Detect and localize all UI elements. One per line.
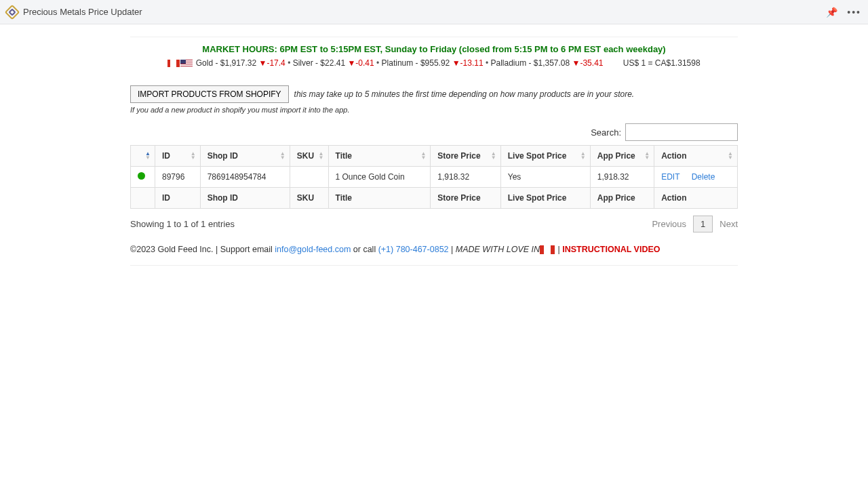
ticker-gold-delta: -17.4 [267,58,285,68]
ticker-silver-delta: -0.41 [355,58,374,68]
titlebar-left: Precious Metals Price Updater [7,7,142,18]
pin-icon[interactable]: 📌 [826,7,837,18]
cell-shop-id: 7869148954784 [200,167,290,188]
ticker-platinum-label: Platinum [382,58,414,68]
fcol-app-price: App Price [590,188,654,209]
pager-next[interactable]: Next [719,219,738,229]
market-hours: MARKET HOURS: 6PM EST to 5:15PM EST, Sun… [130,44,738,54]
down-arrow-icon: ▼ [259,58,267,68]
search-input[interactable] [625,123,738,141]
col-shop-id[interactable]: Shop ID▲▼ [200,146,290,167]
ticker-palladium-delta: -35.41 [580,58,603,68]
divider [130,265,738,266]
cell-action: EDIT Delete [654,167,738,188]
search-row: Search: [130,123,738,141]
col-title[interactable]: Title▲▼ [328,146,431,167]
down-arrow-icon: ▼ [572,58,580,68]
flag-usa-icon [180,60,193,67]
fcol-store-price: Store Price [431,188,500,209]
down-arrow-icon: ▼ [452,58,460,68]
flag-canada-icon [167,60,180,67]
more-icon[interactable]: ••• [847,7,861,18]
titlebar-right: 📌 ••• [826,7,861,18]
footer-pipe: | [449,245,456,254]
page-content: MARKET HOURS: 6PM EST to 5:15PM EST, Sun… [130,24,738,266]
ticker-platinum-price: $955.92 [420,58,450,68]
cell-status [131,167,155,188]
cell-sku [290,167,328,188]
fcol-title: Title [328,188,431,209]
col-action[interactable]: Action▲▼ [654,146,738,167]
products-table: ▲▼ ID▲▼ Shop ID▲▼ SKU▲▼ Title▲▼ Store Pr… [130,145,738,209]
cell-store-price: 1,918.32 [431,167,500,188]
instructional-video-link[interactable]: INSTRUCTIONAL VIDEO [562,245,660,254]
entries-row: Showing 1 to 1 of 1 entries Previous 1 N… [130,216,738,232]
footer-or-call: or call [351,245,378,254]
fcol-live-spot: Live Spot Price [500,188,590,209]
pager-page-1[interactable]: 1 [693,216,713,232]
edit-link[interactable]: EDIT [661,172,679,182]
col-status[interactable]: ▲▼ [131,146,155,167]
footer-pipe: | [555,245,562,254]
import-products-button[interactable]: IMPORT PRODUCTS FROM SHOPIFY [130,85,289,103]
price-ticker: Gold - $1,917.32 ▼-17.4 • Silver - $22.4… [130,58,738,68]
footer-phone-link[interactable]: (+1) 780-467-0852 [378,245,449,254]
col-live-spot[interactable]: Live Spot Price▲▼ [500,146,590,167]
cell-title: 1 Ounce Gold Coin [328,167,431,188]
divider [130,37,738,37]
cell-id: 89796 [155,167,201,188]
import-row: IMPORT PRODUCTS FROM SHOPIFY this may ta… [130,85,738,103]
col-sku[interactable]: SKU▲▼ [290,146,328,167]
ticker-platinum-delta: -13.11 [460,58,484,68]
fcol-status [131,188,155,209]
flag-canada-icon [540,245,555,254]
ticker-silver-price: $22.41 [320,58,345,68]
footer-copyright: ©2023 Gold Feed Inc. | Support email [130,245,275,254]
footer-email-link[interactable]: info@gold-feed.com [275,245,351,254]
footer: ©2023 Gold Feed Inc. | Support email inf… [130,245,738,254]
ticker-palladium-label: Palladium [490,58,526,68]
status-dot-icon [138,172,145,180]
fcol-id: ID [155,188,201,209]
down-arrow-icon: ▼ [347,58,355,68]
fcol-shop-id: Shop ID [200,188,290,209]
col-id[interactable]: ID▲▼ [155,146,201,167]
pager: Previous 1 Next [652,216,738,232]
fcol-action: Action [654,188,738,209]
fx-rate: US$ 1 = CA$1.31598 [623,58,701,68]
cell-app-price: 1,918.32 [590,167,654,188]
ticker-gold-label: Gold [196,58,213,68]
fcol-sku: SKU [290,188,328,209]
pager-previous[interactable]: Previous [652,219,686,229]
entries-info: Showing 1 to 1 of 1 entries [130,219,235,229]
table-header-row: ▲▼ ID▲▼ Shop ID▲▼ SKU▲▼ Title▲▼ Store Pr… [131,146,738,167]
ticker-gold-price: $1,917.32 [220,58,256,68]
ticker-palladium-price: $1,357.08 [534,58,570,68]
ticker-silver-label: Silver [293,58,313,68]
col-app-price[interactable]: App Price▲▼ [590,146,654,167]
titlebar: Precious Metals Price Updater 📌 ••• [0,0,868,24]
table-footer-row: ID Shop ID SKU Title Store Price Live Sp… [131,188,738,209]
app-title: Precious Metals Price Updater [23,7,142,17]
table-row: 89796 7869148954784 1 Ounce Gold Coin 1,… [131,167,738,188]
delete-link[interactable]: Delete [692,172,715,182]
import-subnote: If you add a new product in shopify you … [130,106,738,114]
search-label: Search: [591,127,621,138]
app-icon [5,4,20,20]
import-note: this may take up to 5 minutes the first … [294,89,635,99]
cell-live-spot: Yes [500,167,590,188]
col-store-price[interactable]: Store Price▲▼ [431,146,500,167]
footer-made-with-love: MADE WITH LOVE IN [456,245,540,254]
